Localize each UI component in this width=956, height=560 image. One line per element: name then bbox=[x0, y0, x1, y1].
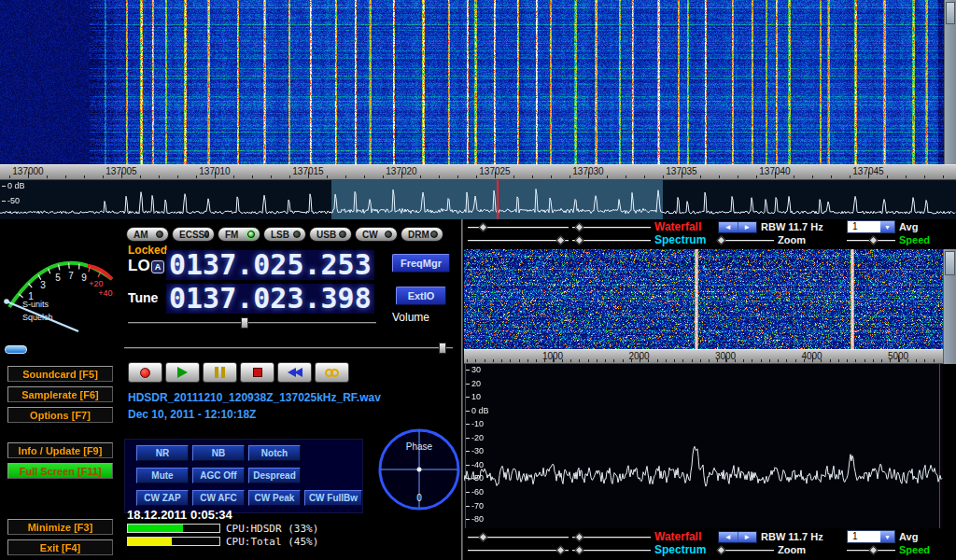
waterfall-lower-slider[interactable] bbox=[572, 531, 651, 543]
slider-thumb[interactable] bbox=[479, 532, 488, 541]
main-waterfall-scrollbar[interactable] bbox=[944, 0, 956, 164]
despread-button[interactable]: Despread bbox=[248, 468, 301, 483]
rewind-button[interactable] bbox=[277, 362, 312, 383]
freq-scale-label: 137045 bbox=[852, 166, 883, 176]
cw-peak-button[interactable]: CW Peak bbox=[248, 490, 301, 506]
spectrum-upper-slider[interactable] bbox=[468, 234, 569, 246]
db-scale-label: -80 bbox=[466, 515, 484, 524]
slider-thumb[interactable] bbox=[574, 222, 583, 231]
mode-button-lsb[interactable]: LSB bbox=[263, 227, 306, 242]
volume-slider-thumb[interactable] bbox=[241, 317, 248, 329]
mode-led-drm bbox=[430, 231, 438, 238]
avg-dropdown[interactable]: 1▼ bbox=[847, 220, 895, 233]
lo-autolock-badge[interactable]: A bbox=[151, 260, 164, 273]
speed-slider[interactable] bbox=[847, 544, 895, 556]
slider-thumb[interactable] bbox=[556, 545, 566, 554]
mode-button-ecss[interactable]: ECSS bbox=[172, 227, 215, 242]
mode-button-drm[interactable]: DRM bbox=[401, 227, 443, 242]
freq-scale-label: 137020 bbox=[386, 166, 416, 176]
pause-icon bbox=[215, 367, 225, 378]
record-button[interactable] bbox=[128, 362, 162, 383]
loop-button[interactable] bbox=[315, 362, 349, 383]
cw-fullbw-button[interactable]: CW FullBw bbox=[304, 490, 362, 506]
main-frequency-scale[interactable]: 1370001370051370101370151370201370251370… bbox=[0, 164, 956, 180]
stop-button[interactable] bbox=[240, 362, 274, 383]
zoom-slider[interactable] bbox=[718, 234, 774, 246]
tune-slider[interactable] bbox=[124, 343, 453, 354]
slider-thumb[interactable] bbox=[868, 235, 878, 245]
freq-scale-label: 137000 bbox=[12, 166, 43, 176]
slider-thumb[interactable] bbox=[479, 222, 488, 231]
db-scale-label: 20 bbox=[466, 380, 481, 388]
zoom-frequency-scale[interactable]: 10002000300040005000 bbox=[464, 349, 943, 364]
zoom-waterfall[interactable] bbox=[464, 249, 943, 349]
volume-slider[interactable] bbox=[128, 317, 376, 329]
play-button[interactable] bbox=[165, 362, 200, 383]
dropdown-arrow-icon[interactable]: ▼ bbox=[880, 221, 894, 232]
agc-off-button[interactable]: AGC Off bbox=[192, 468, 245, 483]
main-spectrum[interactable] bbox=[0, 180, 956, 219]
stop-icon bbox=[253, 368, 262, 377]
spectrum-upper-slider[interactable] bbox=[468, 544, 569, 556]
avg-dropdown[interactable]: 1▼ bbox=[847, 530, 895, 543]
pause-button[interactable] bbox=[203, 362, 237, 383]
speed-slider[interactable] bbox=[847, 234, 895, 246]
slider-thumb[interactable] bbox=[574, 532, 583, 541]
slider-thumb[interactable] bbox=[556, 235, 566, 245]
spectrum-lower-slider[interactable] bbox=[572, 234, 651, 246]
lo-frequency-display[interactable]: 0137.025.253 bbox=[166, 250, 374, 280]
right-arrow-icon[interactable]: ► bbox=[738, 532, 757, 542]
main-waterfall[interactable] bbox=[0, 0, 956, 164]
left-arrow-icon[interactable]: ◄ bbox=[719, 222, 738, 232]
mode-led-cw bbox=[385, 231, 392, 238]
freqmgr-button[interactable]: FreqMgr bbox=[392, 254, 450, 273]
notch-button[interactable]: Notch bbox=[248, 445, 301, 461]
nr-button[interactable]: NR bbox=[136, 445, 189, 461]
shift-spinner[interactable]: ◄► bbox=[718, 531, 757, 543]
mute-button[interactable]: Mute bbox=[136, 468, 189, 483]
minimize-button[interactable]: Minimize [F3] bbox=[7, 519, 113, 535]
slider-thumb[interactable] bbox=[868, 545, 878, 554]
avg-label: Avg bbox=[899, 221, 918, 232]
cpu-total-text: CPU:Total (45%) bbox=[226, 536, 318, 548]
info-update-button[interactable]: Info / Update [F9] bbox=[7, 442, 113, 458]
left-arrow-icon[interactable]: ◄ bbox=[719, 532, 738, 542]
extio-button[interactable]: ExtIO bbox=[396, 287, 446, 305]
main-waterfall-scrollbar-thumb[interactable] bbox=[946, 2, 955, 24]
cw-zap-button[interactable]: CW ZAP bbox=[136, 490, 189, 506]
mode-button-usb[interactable]: USB bbox=[309, 227, 352, 242]
right-arrow-icon[interactable]: ► bbox=[738, 222, 757, 232]
squelch-indicator[interactable] bbox=[5, 345, 27, 354]
slider-thumb[interactable] bbox=[716, 235, 725, 245]
slider-thumb[interactable] bbox=[716, 545, 725, 554]
spectrum-label: Spectrum bbox=[654, 543, 714, 556]
waterfall-upper-slider[interactable] bbox=[468, 531, 569, 543]
mode-button-am[interactable]: AM bbox=[126, 227, 169, 242]
tune-slider-thumb[interactable] bbox=[439, 343, 446, 354]
mode-led-fm bbox=[247, 231, 255, 238]
cw-afc-button[interactable]: CW AFC bbox=[192, 490, 245, 506]
slider-thumb[interactable] bbox=[574, 545, 583, 554]
zoom-scale-label: 3000 bbox=[715, 351, 736, 361]
zoom-spectrum[interactable] bbox=[464, 364, 943, 528]
spectrum-lower-slider[interactable] bbox=[572, 544, 651, 556]
zoom-scale-label: 5000 bbox=[888, 351, 908, 361]
shift-spinner[interactable]: ◄► bbox=[718, 221, 757, 233]
zoom-waterfall-scrollbar[interactable] bbox=[943, 249, 956, 364]
full-screen-button[interactable]: Full Screen [F11] bbox=[7, 463, 113, 479]
soundcard-button[interactable]: Soundcard [F5] bbox=[7, 366, 113, 382]
mode-button-cw[interactable]: CW bbox=[355, 227, 398, 242]
waterfall-upper-slider[interactable] bbox=[468, 221, 569, 233]
waterfall-lower-slider[interactable] bbox=[572, 221, 651, 233]
slider-thumb[interactable] bbox=[574, 235, 583, 245]
dropdown-arrow-icon[interactable]: ▼ bbox=[880, 531, 894, 542]
exit-button[interactable]: Exit [F4] bbox=[7, 539, 113, 555]
s-meter-tick-40: +40 bbox=[98, 288, 112, 298]
samplerate-button[interactable]: Samplerate [F6] bbox=[7, 386, 113, 402]
mode-button-fm[interactable]: FM bbox=[218, 227, 260, 242]
options-button[interactable]: Options [F7] bbox=[7, 407, 113, 423]
tune-frequency-display[interactable]: 0137.023.398 bbox=[166, 284, 374, 314]
nb-button[interactable]: NB bbox=[192, 445, 245, 461]
zoom-waterfall-scrollbar-thumb[interactable] bbox=[945, 251, 955, 275]
zoom-slider[interactable] bbox=[718, 544, 774, 556]
